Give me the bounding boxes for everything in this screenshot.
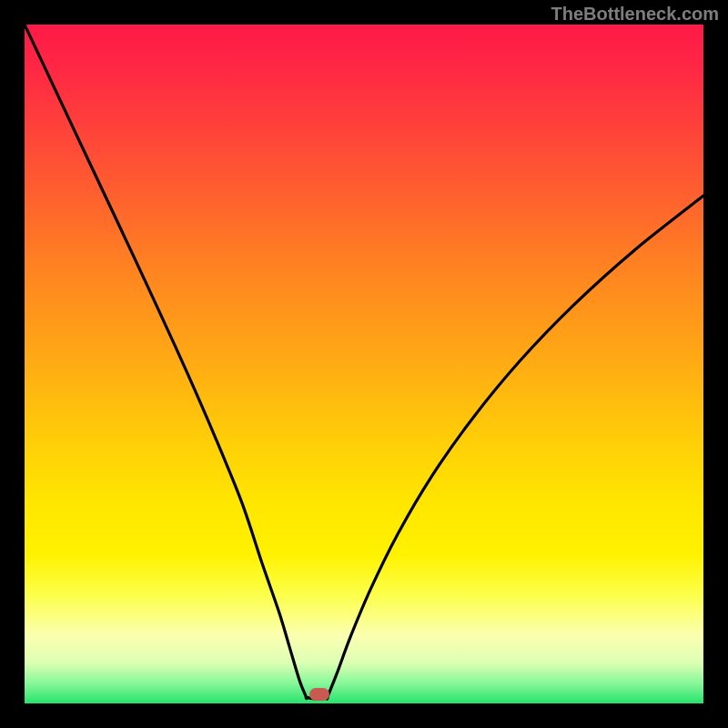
bottleneck-curve bbox=[25, 25, 703, 703]
plot-area bbox=[25, 25, 703, 703]
watermark-text: TheBottleneck.com bbox=[551, 4, 719, 25]
chart-frame: TheBottleneck.com bbox=[0, 0, 728, 728]
minimum-marker bbox=[309, 688, 329, 701]
